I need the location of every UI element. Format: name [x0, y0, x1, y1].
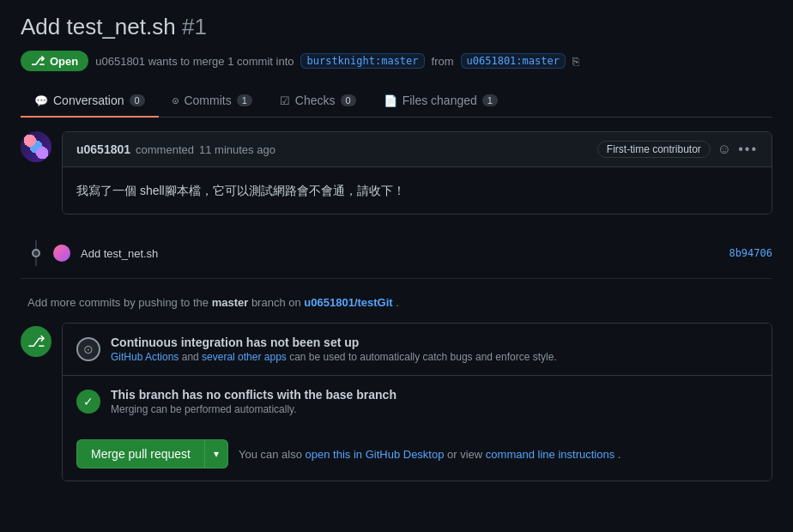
timeline: u0651801 commented 11 minutes ago First-… [21, 131, 772, 481]
info-text: Add more commits by pushing to the maste… [27, 286, 772, 323]
main-content: u0651801 commented 11 minutes ago First-… [21, 118, 772, 481]
commits-tab-label: Commits [184, 94, 231, 107]
comment-header-left: u0651801 commented 11 minutes ago [76, 142, 275, 156]
commit-timeline-dot [32, 249, 40, 257]
commit-message: Add test_net.sh [81, 247, 158, 260]
merge-status-subtitle: Merging can be performed automatically. [111, 403, 396, 415]
tab-files[interactable]: 📄 Files changed 1 [370, 85, 512, 118]
ci-text-after: can be used to automatically catch bugs … [289, 351, 557, 363]
comment-body-text: 我寫了一個 shell腳本檔，它可以測試網路會不會通，請收下！ [76, 181, 758, 200]
info-branch-name: master [212, 296, 249, 309]
contributor-badge: First-time contributor [597, 141, 711, 158]
ci-status-subtitle: GitHub Actions and several other apps ca… [111, 351, 557, 363]
ci-status-text: Continuous integration has not been set … [111, 336, 557, 363]
merge-extra-before: You can also [239, 448, 302, 461]
status-badge: ⎇ Open [21, 51, 88, 71]
checkmark-icon: ✓ [83, 395, 94, 408]
comment-action: commented [136, 143, 194, 156]
pr-merge-info: u0651801 wants to merge 1 commit into [95, 55, 294, 68]
commits-tab-badge: 1 [237, 94, 252, 106]
commit-row: Add test_net.sh 8b94706 [29, 235, 772, 271]
info-text-middle: branch on [251, 296, 301, 309]
target-branch-link[interactable]: burstknight:master [300, 53, 424, 69]
ci-status-title: Continuous integration has not been set … [111, 336, 557, 349]
more-options-button[interactable]: ••• [738, 142, 758, 157]
merge-section: ⊙ Continuous integration has not been se… [62, 323, 772, 481]
pr-title-text: Add test_net.sh [21, 14, 176, 39]
comment-header-right: First-time contributor ☺ ••• [597, 141, 758, 158]
merge-status-item: ✓ This branch has no conflicts with the … [63, 376, 772, 427]
merge-section-wrapper: ⎇ ⊙ Continuous integration has not been … [21, 323, 772, 481]
conversation-tab-icon: 💬 [34, 94, 48, 107]
tab-commits[interactable]: ⊙ Commits 1 [159, 85, 266, 118]
conversation-tab-badge: 0 [130, 94, 145, 106]
commit-hash: 8b94706 [729, 247, 772, 259]
status-text: Open [50, 55, 78, 68]
merge-status-icon: ✓ [76, 390, 100, 414]
page-container: Add test_net.sh #1 ⎇ Open u0651801 wants… [0, 0, 793, 495]
comment-header: u0651801 commented 11 minutes ago First-… [63, 132, 772, 167]
tabs-container: 💬 Conversation 0 ⊙ Commits 1 ☑ Checks 0 … [21, 85, 772, 118]
pr-number: #1 [182, 14, 207, 39]
comment-time: 11 minutes ago [199, 143, 275, 156]
files-tab-badge: 1 [482, 94, 498, 106]
ci-other-apps-link[interactable]: several other apps [202, 351, 287, 363]
merge-extra-or: or view [447, 448, 486, 461]
tab-conversation[interactable]: 💬 Conversation 0 [21, 85, 159, 118]
merge-extra-text: You can also open this in GitHub Desktop… [239, 448, 620, 461]
commits-tab-icon: ⊙ [173, 94, 179, 107]
git-merge-icon: ⎇ [27, 332, 45, 351]
comment-wrapper: u0651801 commented 11 minutes ago First-… [21, 131, 772, 228]
merge-button-area: Merge pull request ▾ You can also open t… [63, 427, 772, 481]
files-tab-icon: 📄 [384, 94, 397, 107]
merge-pull-request-button[interactable]: Merge pull request [76, 439, 204, 469]
emoji-react-button[interactable]: ☺ [717, 142, 731, 157]
ci-icon: ⊙ [83, 342, 94, 356]
comment-author: u0651801 [76, 142, 130, 156]
pr-title: Add test_net.sh #1 [21, 14, 772, 40]
tab-checks[interactable]: ☑ Checks 0 [266, 85, 370, 118]
pr-meta: ⎇ Open u0651801 wants to merge 1 commit … [21, 51, 772, 71]
files-tab-label: Files changed [403, 94, 477, 107]
info-text-before: Add more commits by pushing to the [27, 296, 209, 309]
merge-icon: ⎇ [31, 54, 45, 68]
copy-icon[interactable]: ⎘ [572, 55, 579, 68]
info-text-end: . [396, 296, 399, 309]
github-desktop-link[interactable]: open this in GitHub Desktop [306, 448, 445, 461]
commit-user-avatar [53, 245, 70, 262]
from-label: from [432, 55, 454, 68]
divider [21, 278, 772, 279]
merge-extra-end: . [618, 448, 621, 461]
ci-status-item: ⊙ Continuous integration has not been se… [63, 323, 772, 376]
merge-status-title: This branch has no conflicts with the ba… [111, 388, 396, 402]
comment-body: 我寫了一個 shell腳本檔，它可以測試網路會不會通，請收下！ [63, 167, 772, 214]
merge-status-text: This branch has no conflicts with the ba… [111, 388, 396, 415]
checks-tab-label: Checks [295, 94, 336, 107]
ci-text-between: and [182, 351, 202, 363]
ci-status-icon: ⊙ [76, 337, 100, 361]
timeline-line-top [35, 240, 37, 249]
conversation-tab-label: Conversation [53, 94, 124, 107]
ci-actions-link[interactable]: GitHub Actions [111, 351, 179, 363]
command-line-link[interactable]: command line instructions [486, 448, 614, 461]
merge-dropdown-button[interactable]: ▾ [204, 439, 228, 469]
chevron-down-icon: ▾ [214, 448, 219, 460]
timeline-line-bottom [35, 257, 37, 266]
checks-tab-icon: ☑ [280, 94, 290, 107]
timeline-connector [29, 240, 43, 266]
avatar [21, 131, 51, 162]
merge-button-group: Merge pull request ▾ [76, 439, 228, 469]
info-repo-link[interactable]: u0651801/testGit [304, 296, 392, 309]
comment-card: u0651801 commented 11 minutes ago First-… [62, 131, 772, 215]
merge-section-icon: ⎇ [21, 326, 51, 357]
source-branch-link[interactable]: u0651801:master [461, 53, 566, 69]
checks-tab-badge: 0 [341, 94, 356, 106]
